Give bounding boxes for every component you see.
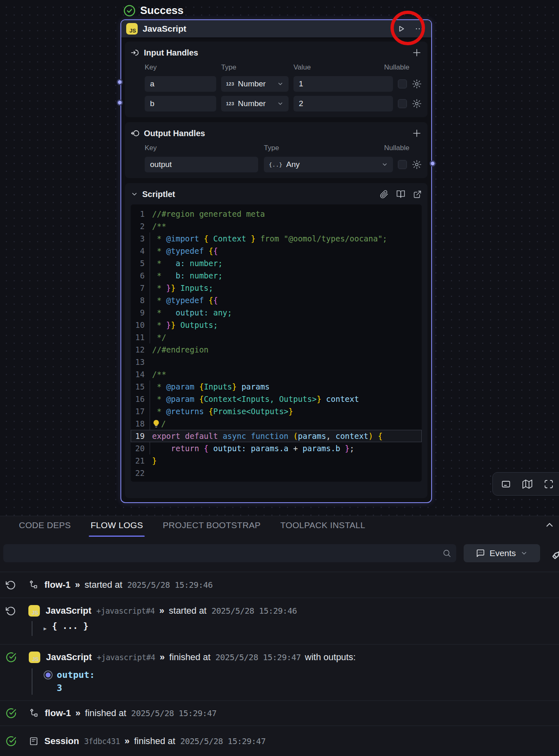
- code-line[interactable]: 13: [131, 356, 422, 368]
- expand-triangle-icon[interactable]: ▸: [44, 625, 47, 632]
- code-line[interactable]: 16 * @param {Context<Inputs, Outputs>} c…: [131, 393, 422, 405]
- code-line[interactable]: 15 * @param {Inputs} params: [131, 380, 422, 393]
- output-value: 3: [57, 682, 95, 695]
- panel-tabbar: CODE DEPS FLOW LOGS PROJECT BOOTSTRAP TO…: [0, 516, 559, 536]
- tab-code-deps[interactable]: CODE DEPS: [19, 517, 71, 535]
- bottom-panel: CODE DEPS FLOW LOGS PROJECT BOOTSTRAP TO…: [0, 516, 559, 756]
- clear-logs-icon[interactable]: [549, 546, 559, 562]
- type-select[interactable]: 123 Number: [221, 96, 289, 111]
- code-line[interactable]: 17 * @returns {Promise<Outputs>}: [131, 405, 422, 417]
- output-key: output:: [57, 668, 95, 682]
- running-icon: [6, 580, 16, 590]
- nullable-checkbox[interactable]: [398, 79, 407, 88]
- key-input[interactable]: [145, 96, 216, 111]
- success-toast: Success: [123, 4, 184, 17]
- key-input[interactable]: [145, 76, 216, 92]
- flow-canvas[interactable]: Success JS JavaScript Input Handles: [0, 0, 559, 516]
- session-icon: [29, 736, 39, 746]
- add-output-handle-button[interactable]: [412, 128, 422, 138]
- output-handle-dot[interactable]: [430, 160, 436, 167]
- javascript-badge-icon: JS: [126, 23, 138, 35]
- code-line[interactable]: 14/**: [131, 368, 422, 380]
- code-line[interactable]: 18/: [131, 417, 422, 430]
- tab-project-bootstrap[interactable]: PROJECT BOOTSTRAP: [163, 517, 261, 535]
- node-header[interactable]: JS JavaScript: [121, 20, 431, 38]
- code-line[interactable]: 11 */: [131, 331, 422, 343]
- gear-icon[interactable]: [412, 160, 422, 169]
- code-line[interactable]: 4 * @typedef {{: [131, 245, 422, 257]
- minimap-icon[interactable]: [522, 479, 532, 489]
- search-input[interactable]: [3, 544, 456, 562]
- input-handles-title: Input Handles: [144, 48, 198, 58]
- gear-icon[interactable]: [412, 99, 422, 109]
- log-row[interactable]: JS JavaScript +javascript#4 » started at…: [0, 598, 559, 645]
- value-input[interactable]: [293, 96, 393, 111]
- javascript-badge-icon: JS: [29, 652, 40, 663]
- code-line[interactable]: 6 * b: number;: [131, 269, 422, 282]
- input-handle-dot-a[interactable]: [117, 79, 123, 85]
- code-line[interactable]: 9 * output: any;: [131, 306, 422, 319]
- code-line[interactable]: 8 * @typedef {{: [131, 294, 422, 306]
- output-handles-section: Output Handles Key Type Nullable {..} An…: [125, 122, 427, 178]
- code-line[interactable]: 21}: [131, 455, 422, 467]
- log-row[interactable]: JS JavaScript +javascript#4 » finished a…: [0, 645, 559, 701]
- attachment-icon[interactable]: [380, 190, 388, 199]
- value-input[interactable]: [293, 76, 393, 92]
- run-node-button[interactable]: [397, 24, 406, 33]
- log-row[interactable]: flow-1 » finished at 2025/5/28 15:29:47: [0, 701, 559, 726]
- events-label: Events: [490, 548, 516, 558]
- output-handles-columns: Key Type Nullable: [145, 144, 422, 153]
- type-select[interactable]: 123 Number: [221, 76, 289, 92]
- add-input-handle-button[interactable]: [412, 48, 422, 58]
- number-type-icon: 123: [226, 101, 234, 106]
- json-preview[interactable]: { ... }: [52, 621, 89, 636]
- code-editor[interactable]: 1//#region generated meta2/**3 * @import…: [131, 204, 422, 482]
- tab-toolpack-install[interactable]: TOOLPACK INSTALL: [280, 517, 365, 535]
- code-line[interactable]: 3 * @import { Context } from "@oomol/typ…: [131, 232, 422, 245]
- events-filter-button[interactable]: Events: [464, 544, 540, 562]
- tab-flow-logs[interactable]: FLOW LOGS: [90, 517, 143, 535]
- nullable-checkbox[interactable]: [398, 99, 407, 108]
- success-check-icon: [6, 652, 16, 663]
- nullable-checkbox[interactable]: [398, 160, 407, 169]
- canvas-toolbar: [492, 472, 559, 496]
- number-type-icon: 123: [226, 81, 234, 86]
- input-handle-row-b: 123 Number: [145, 96, 422, 111]
- code-line[interactable]: 19export default async function (params,…: [131, 430, 422, 442]
- success-check-icon: [123, 5, 136, 17]
- code-line[interactable]: 2/**: [131, 220, 422, 232]
- gear-icon[interactable]: [412, 79, 422, 89]
- open-external-icon[interactable]: [413, 190, 422, 199]
- type-select[interactable]: {..} Any: [264, 157, 393, 172]
- key-input[interactable]: [145, 157, 258, 172]
- code-line[interactable]: 20 return { output: params.a + params.b …: [131, 442, 422, 455]
- input-handle-dot-b[interactable]: [117, 100, 123, 106]
- node-title: JavaScript: [143, 24, 186, 34]
- output-handles-title: Output Handles: [144, 129, 205, 138]
- log-row[interactable]: Session 3fdbc431 » finished at 2025/5/28…: [0, 726, 559, 755]
- input-handles-icon: [131, 48, 140, 57]
- chevron-up-icon[interactable]: [544, 519, 555, 530]
- more-options-button[interactable]: [415, 24, 424, 33]
- code-line[interactable]: 12//#endregion: [131, 343, 422, 356]
- code-line[interactable]: 7 * }} Inputs;: [131, 282, 422, 294]
- input-handles-section: Input Handles Key Type Value Nullable 12…: [125, 42, 427, 117]
- fit-view-icon[interactable]: [544, 479, 554, 489]
- collapse-chevron-icon[interactable]: [131, 190, 138, 198]
- code-line[interactable]: 10 * }} Outputs;: [131, 319, 422, 331]
- toast-label: Success: [140, 4, 184, 17]
- code-line[interactable]: 5 * a: number;: [131, 257, 422, 269]
- search-icon[interactable]: [442, 549, 451, 558]
- code-line[interactable]: 1//#region generated meta: [131, 208, 422, 220]
- log-row[interactable]: flow-1 » started at 2025/5/28 15:29:46: [0, 572, 559, 598]
- chevron-down-icon: [277, 81, 284, 87]
- code-line[interactable]: 22: [131, 467, 422, 479]
- scriptlet-title: Scriptlet: [142, 190, 175, 199]
- any-type-icon: {..}: [269, 162, 282, 168]
- reader-view-icon[interactable]: [396, 190, 405, 199]
- javascript-badge-icon: JS: [28, 605, 40, 617]
- log-toolbar: Events: [0, 536, 559, 572]
- node-javascript[interactable]: JS JavaScript Input Handles: [120, 19, 432, 503]
- toggle-panel-icon[interactable]: [501, 479, 511, 489]
- output-handle-row: {..} Any: [145, 157, 422, 172]
